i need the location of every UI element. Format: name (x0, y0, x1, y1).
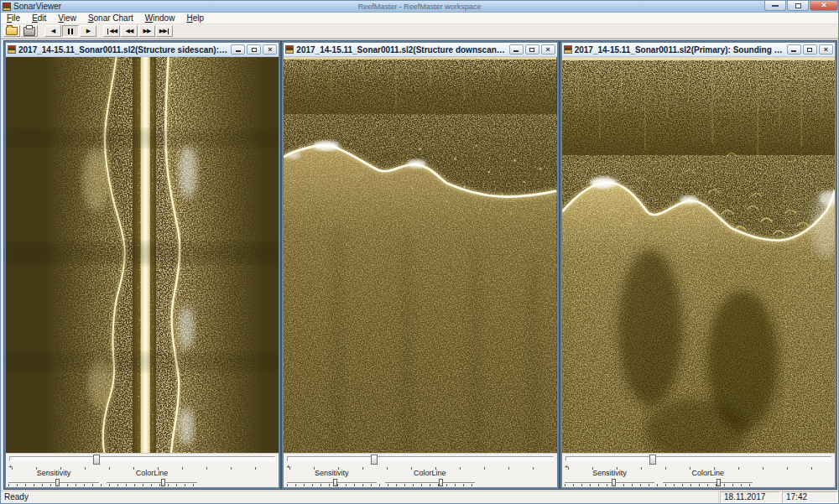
skip-to-start-icon: ◀◀ (107, 28, 117, 34)
sonar-image-sidescan[interactable] (6, 57, 279, 453)
position-thumb[interactable] (93, 455, 100, 465)
step-forward-icon: ▶ (86, 28, 90, 34)
slider-ticks (565, 484, 756, 486)
step-forward-button[interactable]: ▶ (80, 25, 96, 37)
open-file-button[interactable] (3, 25, 20, 37)
titlebar[interactable]: SonarViewer ReefMaster - ReefMaster work… (1, 1, 838, 13)
sonar-file-icon (285, 45, 294, 54)
position-trackbar[interactable] (565, 456, 831, 461)
maximize-icon (529, 48, 534, 52)
printer-icon (23, 27, 35, 36)
maximize-icon (807, 48, 812, 52)
child-close-button[interactable]: × (263, 44, 277, 55)
menu-help[interactable]: Help (180, 13, 210, 23)
menu-file[interactable]: File (1, 13, 26, 23)
sonar-file-icon (564, 45, 572, 54)
close-icon: × (268, 46, 272, 54)
child-titlebar[interactable]: 2017_14-15.11_Sonar0011.sl2(Primary): So… (562, 43, 835, 57)
status-date: 18.11.2017 (720, 491, 780, 503)
sonar-controls: + Sensitivity ColorLine (6, 453, 279, 487)
menubar: File Edit View Sonar Chart Window Help (1, 13, 838, 24)
child-titlebar[interactable]: 2017_14-15.11_Sonar0011.sl2(Structure si… (6, 43, 279, 57)
child-close-button[interactable]: × (541, 44, 555, 55)
rewind-icon: ◀◀ (126, 28, 133, 34)
status-time: 17:42 (782, 491, 837, 503)
colorline-label: ColorLine (107, 470, 196, 477)
slider-ticks (287, 484, 478, 486)
sensitivity-label: Sensitivity (287, 470, 377, 477)
step-back-icon: ◀ (51, 28, 55, 34)
child-close-button[interactable]: × (819, 44, 833, 55)
sensitivity-label: Sensitivity (8, 470, 98, 477)
child-minimize-button[interactable] (231, 44, 245, 55)
child-window-primary: 2017_14-15.11_Sonar0011.sl2(Primary): So… (560, 41, 836, 489)
position-trackbar[interactable] (287, 456, 553, 461)
sonar-controls: + Sensitivity ColorLine (284, 453, 556, 487)
position-thumb[interactable] (371, 455, 378, 465)
menu-window[interactable]: Window (139, 13, 181, 23)
fast-forward-button[interactable]: ▶▶ (138, 25, 155, 37)
minimize-icon (236, 50, 241, 52)
menu-sonar-chart[interactable]: Sonar Chart (82, 13, 139, 23)
sonar-controls: + Sensitivity ColorLine (562, 453, 835, 487)
mdi-workspace: 2017_14-15.11_Sonar0011.sl2(Structure si… (1, 39, 838, 491)
child-minimize-button[interactable] (509, 44, 524, 55)
step-back-button[interactable]: ◀ (44, 25, 61, 37)
skip-to-end-button[interactable]: ▶▶ (156, 25, 173, 37)
colorline-label: ColorLine (385, 470, 475, 477)
close-icon: × (546, 46, 550, 54)
close-icon: × (824, 46, 828, 54)
slider-ticks (8, 484, 200, 486)
workspace-title: ReefMaster - ReefMaster workspace (1, 3, 838, 11)
menu-edit[interactable]: Edit (26, 13, 52, 23)
maximize-icon (252, 48, 257, 52)
skip-to-start-button[interactable]: ◀◀ (103, 25, 120, 37)
child-maximize-button[interactable] (247, 44, 261, 55)
toolbar: ◀ ▶ ◀◀ ◀◀ ▶▶ ▶▶ (1, 24, 838, 39)
child-maximize-button[interactable] (525, 44, 539, 55)
rewind-button[interactable]: ◀◀ (121, 25, 138, 37)
minimize-icon (513, 50, 519, 52)
toolbar-separator (97, 25, 103, 37)
colorline-label: ColorLine (663, 470, 753, 477)
child-window-downscan: 2017_14-15.11_Sonar0011.sl2(Structure do… (282, 41, 558, 489)
sonarviewer-window: SonarViewer ReefMaster - ReefMaster work… (0, 0, 839, 504)
pause-button[interactable] (62, 25, 79, 37)
open-folder-icon (6, 27, 18, 35)
statusbar: Ready 18.11.2017 17:42 (1, 491, 838, 503)
child-maximize-button[interactable] (803, 44, 817, 55)
skip-to-end-icon: ▶▶ (159, 28, 169, 34)
print-button[interactable] (21, 25, 38, 37)
toolbar-separator (39, 25, 44, 37)
menu-view[interactable]: View (52, 13, 82, 23)
child-titlebar[interactable]: 2017_14-15.11_Sonar0011.sl2(Structure do… (284, 43, 556, 57)
child-window-sidescan: 2017_14-15.11_Sonar0011.sl2(Structure si… (4, 41, 280, 489)
pause-icon (68, 29, 73, 34)
minimize-icon (791, 50, 796, 52)
child-window-title: 2017_14-15.11_Sonar0011.sl2(Structure si… (18, 45, 228, 55)
sonar-image-primary[interactable] (562, 57, 835, 453)
fast-forward-icon: ▶▶ (143, 28, 151, 34)
position-trackbar[interactable] (9, 456, 275, 461)
position-thumb[interactable] (649, 455, 656, 465)
status-message: Ready (1, 491, 719, 503)
sonar-image-downscan[interactable] (284, 57, 556, 453)
child-window-title: 2017_14-15.11_Sonar0011.sl2(Structure do… (296, 45, 506, 55)
child-minimize-button[interactable] (787, 44, 801, 55)
sensitivity-label: Sensitivity (565, 470, 654, 477)
child-window-title: 2017_14-15.11_Sonar0011.sl2(Primary): So… (575, 45, 784, 55)
sonar-file-icon (8, 45, 16, 54)
